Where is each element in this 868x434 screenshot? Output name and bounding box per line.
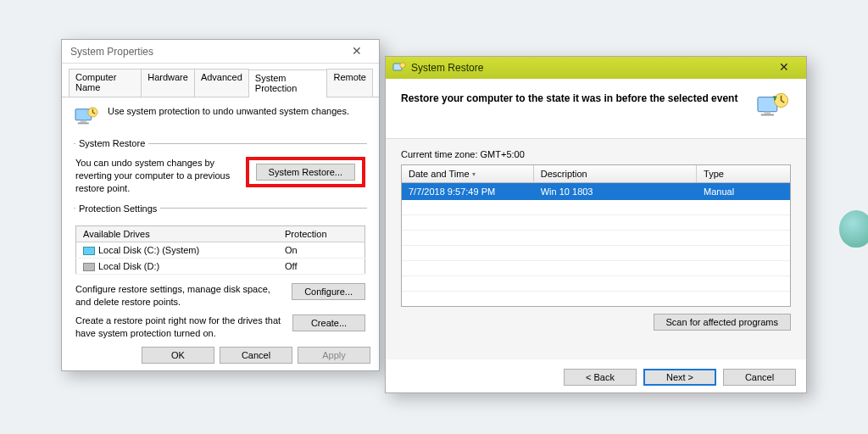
restore-title: System Restore [411,62,765,74]
restore-header-text: Restore your computer to the state it wa… [401,91,755,104]
apply-button: Apply [298,347,370,364]
sysprop-intro-text: Use system protection to undo unwanted s… [108,106,349,116]
restore-point-type: Manual [697,183,790,200]
scan-affected-button[interactable]: Scan for affected programs [654,314,791,331]
tab-hardware[interactable]: Hardware [141,69,195,97]
highlight-box: System Restore... [246,157,365,187]
sysprop-footer: OK Cancel Apply [142,347,370,364]
create-button[interactable]: Create... [292,314,365,331]
svg-rect-2 [78,123,89,125]
cancel-button[interactable]: Cancel [723,369,796,386]
restore-points-empty-grid [402,200,790,307]
restore-footer: < Back Next > Cancel [564,369,796,386]
restore-desc: You can undo system changes by reverting… [75,157,239,195]
close-icon[interactable]: ✕ [340,43,374,60]
drive-row[interactable]: Local Disk (C:) (System) On [76,242,365,258]
drive-row[interactable]: Local Disk (D:) Off [76,258,365,274]
tab-remote[interactable]: Remote [326,69,373,97]
col-date-time[interactable]: Date and Time [402,165,534,182]
restore-point-description: Win 10 1803 [534,183,697,200]
restore-points-header: Date and Time Description Type [402,165,790,183]
restore-header: Restore your computer to the state it wa… [386,79,806,139]
system-protection-icon [74,106,99,128]
close-icon[interactable]: ✕ [765,59,803,76]
system-restore-button[interactable]: System Restore... [256,164,355,181]
next-button[interactable]: Next > [643,369,716,386]
system-restore-dialog: System Restore ✕ Restore your computer t… [385,56,807,393]
col-available-drives[interactable]: Available Drives [76,225,279,242]
system-restore-icon [392,61,411,75]
drive-name: Local Disk (C:) (System) [98,245,199,255]
svg-rect-7 [765,112,771,114]
drive-icon [83,263,95,271]
cancel-button[interactable]: Cancel [220,347,292,364]
create-desc: Create a restore point right now for the… [75,314,286,340]
tab-advanced[interactable]: Advanced [194,69,249,97]
svg-rect-1 [81,120,86,123]
drive-protection: Off [278,258,364,274]
configure-button[interactable]: Configure... [292,283,365,300]
configure-desc: Configure restore settings, manage disk … [75,283,285,309]
sysprop-body: Use system protection to undo unwanted s… [62,97,379,355]
background-decoration [839,210,868,248]
drives-table: Available Drives Protection Local Disk (… [75,225,365,275]
sysprop-title: System Properties [70,46,340,58]
col-type[interactable]: Type [697,165,790,182]
restore-point-row[interactable]: 7/7/2018 9:57:49 PM Win 10 1803 Manual [402,183,790,200]
tab-system-protection[interactable]: System Protection [248,70,328,97]
restore-titlebar: System Restore ✕ [386,57,806,79]
restore-points-table: Date and Time Description Type 7/7/2018 … [401,164,791,307]
col-protection[interactable]: Protection [278,225,364,242]
system-properties-dialog: System Properties ✕ Computer Name Hardwa… [61,39,380,371]
group-system-restore-legend: System Restore [75,138,148,148]
drive-name: Local Disk (D:) [98,261,159,271]
restore-content: Current time zone: GMT+5:00 Date and Tim… [386,139,806,359]
svg-point-5 [400,63,405,68]
sysprop-intro-row: Use system protection to undo unwanted s… [74,106,367,128]
ok-button[interactable]: OK [142,347,214,364]
restore-point-datetime: 7/7/2018 9:57:49 PM [402,183,534,200]
drives-header-row: Available Drives Protection [76,225,365,242]
group-protection-legend: Protection Settings [75,203,160,214]
drive-protection: On [278,242,364,258]
group-protection-settings: Protection Settings Available Drives Pro… [74,203,367,341]
col-description[interactable]: Description [534,165,697,182]
back-button[interactable]: < Back [564,369,637,386]
sysprop-tabs: Computer Name Hardware Advanced System P… [62,64,379,97]
group-system-restore: System Restore You can undo system chang… [74,138,367,195]
tab-computer-name[interactable]: Computer Name [69,69,142,97]
drive-icon [83,247,95,255]
system-restore-large-icon [755,91,791,123]
svg-rect-8 [761,114,774,116]
timezone-label: Current time zone: GMT+5:00 [401,149,791,159]
sysprop-titlebar: System Properties ✕ [62,40,379,64]
